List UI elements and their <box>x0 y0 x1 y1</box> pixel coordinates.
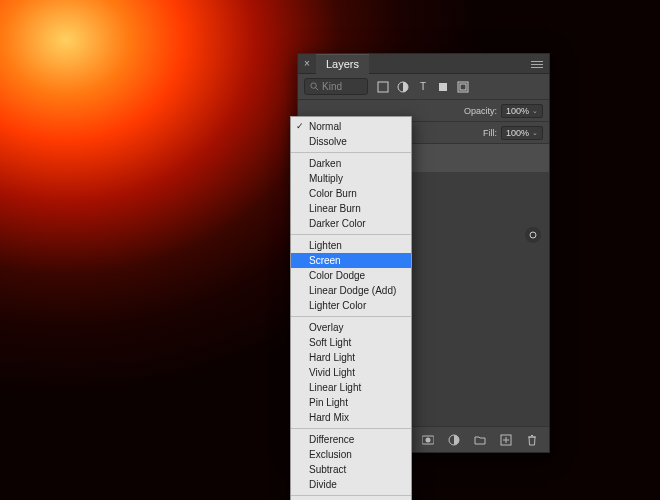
blend-mode-option[interactable]: Hard Mix <box>291 410 411 425</box>
filter-smartobject-icon[interactable] <box>456 80 470 94</box>
svg-rect-4 <box>439 83 447 91</box>
blend-mode-option-label: Linear Dodge (Add) <box>309 285 396 296</box>
blend-mode-option-label: Darker Color <box>309 218 366 229</box>
blend-mode-option-label: Darken <box>309 158 341 169</box>
blend-mode-option-label: Multiply <box>309 173 343 184</box>
svg-rect-6 <box>460 84 466 90</box>
blend-mode-option[interactable]: Linear Dodge (Add) <box>291 283 411 298</box>
menu-separator <box>291 234 411 235</box>
blend-mode-option[interactable]: Hard Light <box>291 350 411 365</box>
panel-menu-button[interactable] <box>531 57 545 71</box>
blend-mode-option-label: Exclusion <box>309 449 352 460</box>
chevron-down-icon: ⌄ <box>532 129 538 137</box>
search-icon <box>310 82 319 91</box>
svg-point-7 <box>530 232 536 238</box>
blend-mode-option-label: Hard Light <box>309 352 355 363</box>
new-layer-icon[interactable] <box>499 433 513 447</box>
blend-mode-option-label: Lighten <box>309 240 342 251</box>
blend-mode-option[interactable]: Dissolve <box>291 134 411 149</box>
layer-type-filters: T <box>376 80 470 94</box>
blend-mode-option-label: Color Burn <box>309 188 357 199</box>
panel-tab-bar: × Layers <box>298 54 549 74</box>
blend-mode-option[interactable]: Soft Light <box>291 335 411 350</box>
blend-mode-option-label: Difference <box>309 434 354 445</box>
filter-adjustment-icon[interactable] <box>396 80 410 94</box>
blend-mode-option[interactable]: Vivid Light <box>291 365 411 380</box>
layer-kind-label: Kind <box>322 81 342 92</box>
blend-mode-option[interactable]: Color Burn <box>291 186 411 201</box>
adjustment-layer-icon[interactable] <box>447 433 461 447</box>
blend-mode-option-label: Hard Mix <box>309 412 349 423</box>
blend-mode-option-label: Normal <box>309 121 341 132</box>
fill-field[interactable]: 100% ⌄ <box>501 126 543 140</box>
blend-mode-option[interactable]: Linear Burn <box>291 201 411 216</box>
menu-separator <box>291 316 411 317</box>
blend-mode-option[interactable]: Subtract <box>291 462 411 477</box>
blend-mode-option[interactable]: Pin Light <box>291 395 411 410</box>
layer-filter-row: Kind T <box>298 74 549 100</box>
opacity-label: Opacity: <box>464 106 497 116</box>
menu-separator <box>291 428 411 429</box>
trash-icon[interactable] <box>525 433 539 447</box>
blend-mode-option[interactable]: Exclusion <box>291 447 411 462</box>
blend-mode-option[interactable]: ✓Normal <box>291 119 411 134</box>
fill-label: Fill: <box>483 128 497 138</box>
svg-point-0 <box>311 83 316 88</box>
layers-tab[interactable]: Layers <box>316 54 369 74</box>
blend-mode-option[interactable]: Color Dodge <box>291 268 411 283</box>
group-icon[interactable] <box>473 433 487 447</box>
svg-line-1 <box>316 88 319 91</box>
blend-mode-option[interactable]: Overlay <box>291 320 411 335</box>
layer-mask-icon[interactable] <box>421 433 435 447</box>
blend-mode-option-label: Vivid Light <box>309 367 355 378</box>
opacity-field[interactable]: 100% ⌄ <box>501 104 543 118</box>
blend-mode-option[interactable]: Multiply <box>291 171 411 186</box>
blend-mode-option-label: Screen <box>309 255 341 266</box>
blend-mode-option-label: Lighter Color <box>309 300 366 311</box>
blend-mode-option[interactable]: Lighter Color <box>291 298 411 313</box>
chevron-down-icon: ⌄ <box>532 107 538 115</box>
blend-mode-option[interactable]: Screen <box>291 253 411 268</box>
layer-kind-filter[interactable]: Kind <box>304 78 368 95</box>
check-icon: ✓ <box>296 120 304 132</box>
blend-mode-option-label: Dissolve <box>309 136 347 147</box>
opacity-value: 100% <box>506 106 529 116</box>
svg-rect-2 <box>378 82 388 92</box>
blend-mode-option[interactable]: Difference <box>291 432 411 447</box>
blend-mode-option[interactable]: Linear Light <box>291 380 411 395</box>
blend-mode-option-label: Divide <box>309 479 337 490</box>
blend-mode-option[interactable]: Darken <box>291 156 411 171</box>
fill-value: 100% <box>506 128 529 138</box>
panel-close-button[interactable]: × <box>298 54 316 74</box>
blend-mode-option[interactable]: Lighten <box>291 238 411 253</box>
menu-separator <box>291 152 411 153</box>
blend-mode-option-label: Linear Burn <box>309 203 361 214</box>
layers-tab-label: Layers <box>326 58 359 70</box>
blend-mode-option-label: Linear Light <box>309 382 361 393</box>
blend-mode-option-label: Soft Light <box>309 337 351 348</box>
blend-mode-option-label: Color Dodge <box>309 270 365 281</box>
blend-mode-option-label: Overlay <box>309 322 343 333</box>
filter-pixel-icon[interactable] <box>376 80 390 94</box>
blend-mode-dropdown[interactable]: ✓NormalDissolveDarkenMultiplyColor BurnL… <box>290 116 412 500</box>
blend-mode-option-label: Subtract <box>309 464 346 475</box>
menu-separator <box>291 495 411 496</box>
filter-shape-icon[interactable] <box>436 80 450 94</box>
blend-mode-option[interactable]: Divide <box>291 477 411 492</box>
blend-mode-option[interactable]: Darker Color <box>291 216 411 231</box>
filter-type-icon[interactable]: T <box>416 80 430 94</box>
visibility-badge-icon[interactable] <box>525 227 541 243</box>
svg-point-9 <box>426 437 431 442</box>
blend-mode-option-label: Pin Light <box>309 397 348 408</box>
